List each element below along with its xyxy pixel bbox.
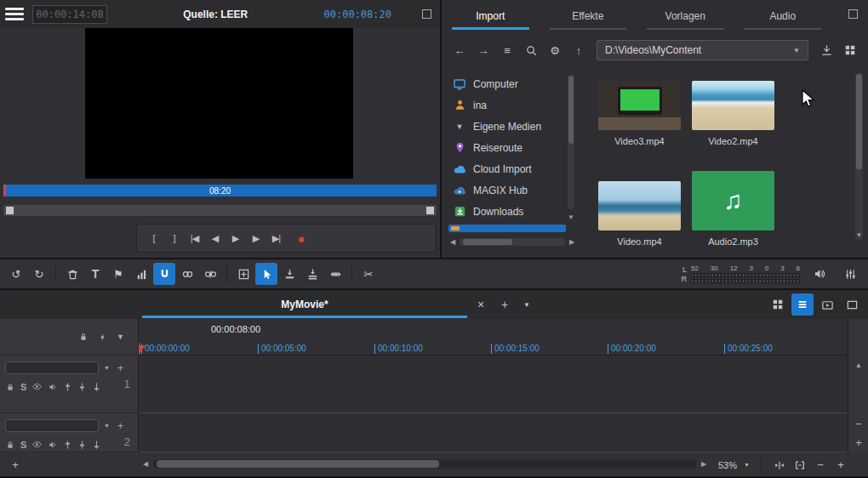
media-file-video3[interactable]: Video3.mp4 bbox=[598, 81, 681, 146]
mouse-mode-single-object-button[interactable] bbox=[278, 263, 300, 285]
forward-button[interactable]: → bbox=[472, 39, 494, 61]
next-frame-button[interactable]: ▶ bbox=[246, 228, 266, 248]
media-file-video[interactable]: Video.mp4 bbox=[598, 181, 681, 247]
mark-out-button[interactable]: ] bbox=[164, 228, 184, 248]
chevron-down-icon[interactable]: ▼ bbox=[117, 333, 124, 341]
tab-import[interactable]: Import bbox=[442, 0, 540, 32]
master-volume-button[interactable] bbox=[808, 263, 831, 285]
tab-vorlagen[interactable]: Vorlagen bbox=[637, 0, 734, 32]
mute-speaker-icon[interactable] bbox=[48, 440, 58, 450]
prev-frame-button[interactable]: ◀ bbox=[205, 228, 225, 248]
solo-icon[interactable]: S bbox=[20, 382, 26, 392]
storyboard-view-button[interactable] bbox=[767, 293, 789, 316]
mouse-mode-all-tracks-button[interactable] bbox=[301, 263, 323, 285]
preview-range-slider[interactable] bbox=[3, 205, 437, 216]
track-preset-dropdown[interactable] bbox=[5, 419, 99, 432]
add-icon[interactable]: + bbox=[115, 362, 126, 374]
track-1-lane[interactable] bbox=[139, 356, 848, 413]
range-handle-right[interactable] bbox=[426, 207, 434, 214]
scrollbar-thumb[interactable] bbox=[568, 76, 574, 144]
tree-item-selected-partial[interactable] bbox=[448, 225, 566, 232]
record-button[interactable]: ● bbox=[291, 228, 311, 248]
import-file-button[interactable] bbox=[815, 39, 837, 61]
curves-icon[interactable] bbox=[92, 440, 101, 450]
mixer-button[interactable] bbox=[839, 263, 861, 285]
snap-toggle-button[interactable] bbox=[153, 263, 175, 285]
tree-item-reiseroute[interactable]: Reiseroute bbox=[448, 137, 566, 158]
track-height-minus-icon[interactable]: − bbox=[848, 418, 868, 430]
tab-effekte[interactable]: Effekte bbox=[540, 0, 637, 32]
back-button[interactable]: ← bbox=[448, 39, 471, 61]
maximize-icon[interactable] bbox=[848, 9, 858, 19]
track-height-plus-icon[interactable]: + bbox=[848, 436, 868, 449]
thumbnail-view-button[interactable] bbox=[839, 39, 861, 61]
peak-meter-button[interactable] bbox=[130, 263, 152, 285]
media-file-video2[interactable]: Video2.mp4 bbox=[692, 81, 774, 146]
monitor-view-button[interactable] bbox=[841, 293, 863, 316]
pan-curve-icon[interactable] bbox=[77, 382, 87, 392]
curves-icon[interactable] bbox=[92, 382, 101, 392]
solo-icon[interactable]: S bbox=[20, 440, 26, 450]
tree-item-cloud-import[interactable]: Cloud Import bbox=[448, 158, 566, 179]
keyframe-icon[interactable] bbox=[98, 333, 107, 342]
group-button[interactable] bbox=[176, 263, 198, 285]
scrollbar-thumb[interactable] bbox=[856, 74, 862, 169]
tree-scrollbar-horizontal[interactable]: ◀ ▶ bbox=[448, 235, 576, 248]
eye-icon[interactable] bbox=[31, 381, 43, 392]
timeline-scrollbar-horizontal[interactable]: ◀ ▶ bbox=[141, 459, 708, 469]
tab-audio[interactable]: Audio bbox=[734, 0, 832, 32]
zoom-fit-button[interactable] bbox=[773, 458, 786, 473]
scroll-up-icon[interactable]: ▲ bbox=[848, 361, 868, 369]
chevron-down-icon[interactable]: ▼ bbox=[101, 365, 112, 371]
volume-curve-icon[interactable] bbox=[63, 382, 72, 392]
media-file-audio2[interactable]: ♫ Audio2.mp3 bbox=[692, 171, 774, 247]
preview-screen[interactable] bbox=[85, 28, 353, 179]
timeline-ruler[interactable]: 00:00:08:00 00:00:00:00 00:00:05:00 00:0… bbox=[139, 319, 848, 356]
scroll-right-icon[interactable]: ▶ bbox=[700, 460, 708, 468]
scroll-left-icon[interactable]: ◀ bbox=[141, 460, 150, 468]
zoom-level-value[interactable]: 53% bbox=[718, 460, 737, 470]
track-preset-dropdown[interactable] bbox=[5, 361, 99, 374]
project-tab[interactable]: MyMovie* bbox=[140, 290, 469, 319]
add-icon[interactable]: + bbox=[115, 420, 126, 432]
new-project-button[interactable]: + bbox=[495, 295, 514, 314]
undo-button[interactable]: ↺ bbox=[5, 263, 27, 285]
tree-item-eigene-medien[interactable]: ▼ Eigene Medien bbox=[448, 116, 566, 137]
movie-overview-button[interactable] bbox=[816, 293, 838, 316]
tree-item-ina[interactable]: ina bbox=[448, 94, 566, 116]
mute-speaker-icon[interactable] bbox=[48, 382, 58, 392]
play-button[interactable]: ▶ bbox=[226, 228, 245, 248]
title-editor-button[interactable]: T bbox=[84, 263, 106, 285]
close-project-button[interactable]: × bbox=[471, 295, 490, 314]
path-dropdown[interactable]: D:\Videos\MyContent ▼ bbox=[597, 40, 808, 60]
split-button[interactable]: ✂ bbox=[357, 263, 380, 285]
files-scrollbar-vertical[interactable] bbox=[855, 73, 863, 240]
zoom-in-button[interactable]: + bbox=[834, 458, 848, 473]
scrollbar-thumb[interactable] bbox=[157, 460, 439, 468]
tree-item-magix-hub[interactable]: MAGIX Hub bbox=[448, 179, 566, 201]
track-2-lane[interactable] bbox=[139, 413, 848, 452]
zoom-out-button[interactable]: − bbox=[814, 458, 827, 473]
playback-progress-bar[interactable]: 08:20 bbox=[3, 185, 437, 196]
range-handle-left[interactable] bbox=[6, 207, 14, 214]
menu-icon[interactable] bbox=[3, 7, 26, 21]
scrollbar-track[interactable] bbox=[460, 238, 565, 246]
pan-curve-icon[interactable] bbox=[77, 440, 87, 450]
eye-icon[interactable] bbox=[31, 439, 43, 450]
delete-button[interactable] bbox=[61, 263, 83, 285]
scroll-left-icon[interactable]: ◀ bbox=[448, 238, 457, 246]
folder-up-button[interactable]: ↑ bbox=[568, 39, 590, 61]
timeline-view-button[interactable] bbox=[791, 293, 814, 316]
scrollbar-thumb[interactable] bbox=[463, 239, 512, 245]
mouse-mode-stretch-button[interactable] bbox=[324, 263, 346, 285]
ungroup-button[interactable] bbox=[199, 263, 221, 285]
chevron-down-icon[interactable]: ▼ bbox=[744, 462, 750, 468]
search-button[interactable] bbox=[520, 39, 542, 61]
object-zoom-button[interactable] bbox=[232, 263, 254, 285]
scrollbar-track[interactable] bbox=[153, 459, 696, 469]
chevron-down-icon[interactable]: ▼ bbox=[101, 423, 112, 429]
lock-icon[interactable] bbox=[5, 440, 15, 450]
marker-button[interactable]: ⚑ bbox=[107, 263, 129, 285]
timeline-scrollbar-vertical[interactable]: ▲ − + bbox=[848, 319, 868, 453]
volume-curve-icon[interactable] bbox=[63, 440, 72, 450]
